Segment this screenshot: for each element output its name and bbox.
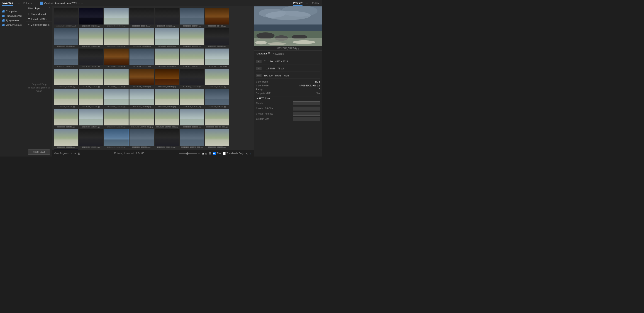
thumbnail-label: 20210105_121734.jpg	[180, 24, 204, 28]
list-item[interactable]: 20210106_132553.jpg	[205, 129, 229, 148]
list-item[interactable]: 20210106_124827.jpg	[104, 89, 128, 108]
sidebar-item-documents[interactable]: Документы	[0, 18, 26, 23]
sidebar-item-images[interactable]: Изображения	[0, 23, 26, 27]
content-menu-icon[interactable]: ☰	[81, 2, 84, 4]
list-item[interactable]: 20210106_124133.jpg	[205, 69, 229, 88]
list-item[interactable]: 20210106_124828.jpg	[130, 89, 154, 108]
list-item[interactable]: 20210105_160207.jpg	[155, 28, 179, 48]
list-item[interactable]: 20210106_121321.jpg	[155, 48, 179, 68]
creator-address-input[interactable]	[293, 112, 320, 116]
creator-input[interactable]	[293, 102, 320, 105]
list-item[interactable]: 20210105_121734.jpg	[180, 8, 204, 28]
list-item[interactable]: 20210105_163341.jpg	[79, 48, 104, 68]
add-progress-icon[interactable]: +	[74, 152, 76, 155]
create-preset-option[interactable]: + Create new preset	[26, 22, 52, 28]
list-item[interactable]: 20210106_121432.mp4	[205, 48, 229, 68]
list-item[interactable]: 20210105_160356.jpg	[180, 28, 204, 48]
sidebar-item-computer[interactable]: Computer	[0, 9, 26, 14]
iptc-section-header[interactable]: ▼ IPTC Core	[256, 96, 320, 101]
list-item[interactable]: 20210106_131437_001.jpg	[205, 109, 229, 128]
custom-export-option[interactable]: + Custom Export	[26, 11, 52, 17]
tiles-checkbox[interactable]	[213, 152, 216, 155]
list-item[interactable]: 20210105_161437.jpg	[54, 48, 78, 68]
confirm-icon[interactable]: ✓	[250, 152, 252, 155]
sidebar-documents-label: Документы	[6, 19, 19, 22]
thumbnail-label: 20210105_152806.jpg	[79, 45, 104, 48]
list-item[interactable]: 20210106_130700_001.jpg	[130, 109, 154, 128]
tab-preview[interactable]: Preview	[293, 1, 302, 6]
list-item[interactable]: 20210106_125130.jpg	[205, 89, 229, 108]
list-item[interactable]: 20210105_155638.jpg	[130, 28, 154, 48]
panel-expand-icon[interactable]: »	[49, 6, 50, 11]
svg-point-112	[268, 42, 286, 45]
add-content-icon[interactable]: +	[78, 2, 80, 4]
list-item[interactable]: 20210105_155628.jpg	[104, 28, 128, 48]
edit-progress-icon[interactable]: ✎	[70, 152, 72, 155]
list-item[interactable]: 20210105_134602.jpg	[54, 28, 78, 48]
zoom-slider[interactable]	[179, 153, 197, 154]
list-item[interactable]: 20210106_131804.jpg	[79, 129, 104, 148]
thumbnail-label: 20210105_160356.jpg	[180, 45, 204, 48]
zoom-out-button[interactable]: –	[176, 152, 178, 155]
list-item[interactable]: 20210106_123439.mp4	[180, 69, 204, 88]
detail-view-icon[interactable]: ⊟	[205, 152, 208, 155]
list-item[interactable]: 20210106_121544.jpg	[54, 69, 78, 88]
list-item[interactable]: 20210106_125153.jpg	[54, 109, 78, 128]
list-item[interactable]: 20210106_130709_001.jpg	[155, 109, 179, 128]
tab-keywords[interactable]: Keywords	[273, 52, 284, 55]
list-item[interactable]: 20210106_123432.jpg	[155, 69, 179, 88]
list-view-icon[interactable]: ☰	[209, 152, 211, 155]
list-item[interactable]: 20210106_125209.jpg	[104, 109, 128, 128]
tab-filter[interactable]: Filter	[28, 6, 33, 11]
list-item[interactable]: 20210106_121211.jpg	[130, 48, 154, 68]
list-item[interactable]: 20210106_132041.mp4	[155, 129, 179, 148]
create-preset-icon: +	[28, 23, 30, 26]
list-item[interactable]: 20210106_125207.jpg	[79, 109, 104, 128]
tab-favorites[interactable]: Favorites	[2, 1, 13, 6]
list-item[interactable]: 20210105_161020.jpg	[205, 28, 229, 48]
list-item[interactable]: 20210106_124728.jpg	[79, 89, 104, 108]
list-item[interactable]: 20210106_132548_001.jpg	[180, 129, 204, 148]
favorites-menu-icon[interactable]: ☰	[18, 2, 20, 4]
list-item[interactable]: 20210106_124950.jpg	[180, 89, 204, 108]
view-progress-label[interactable]: View Progress	[54, 152, 68, 155]
list-item[interactable]: 20210106_132642.jpg	[54, 150, 78, 150]
tab-publish[interactable]: Publish	[312, 2, 320, 4]
list-item[interactable]: 20210105_110228.mp4	[155, 8, 179, 28]
list-item[interactable]: 20210105_095540.jpg	[104, 8, 128, 28]
delete-progress-icon[interactable]: 🗑	[78, 152, 80, 155]
list-item[interactable]: 20210106_114334.jpg	[104, 48, 128, 68]
list-item[interactable]: 20210106_131858.mp4	[130, 129, 154, 148]
start-export-button[interactable]: Start Export	[28, 150, 50, 155]
grid-view-icon[interactable]: ⊞	[202, 152, 204, 155]
color-mode-row: Color Mode RGB	[256, 80, 320, 84]
list-item[interactable]: 20210105_101949.mp4	[130, 8, 154, 28]
list-item[interactable]: 20210106_123052.jpg	[130, 69, 154, 88]
list-item[interactable]: 20210106_131302.jpg	[180, 109, 204, 128]
list-item[interactable]: 20210106_121326.jpg	[180, 48, 204, 68]
list-item[interactable]: 20210105_092638.jpg	[79, 8, 104, 28]
zoom-in-button[interactable]: +	[198, 152, 200, 155]
list-item[interactable]: 20210106_121828.jpg	[79, 69, 104, 88]
preview-menu-icon[interactable]: ☰	[306, 2, 308, 4]
thumbnails-only-checkbox[interactable]	[223, 152, 226, 155]
list-item[interactable]: 20210106_124134.jpg	[54, 89, 78, 108]
creator-job-input[interactable]	[293, 106, 320, 110]
list-item[interactable]: 20210105_134410.jpg	[205, 8, 229, 28]
list-item[interactable]: 20210106_131652.jpg	[54, 129, 78, 148]
close-bottom-icon[interactable]: ✕	[245, 152, 248, 155]
list-item[interactable]: 20210104_204844.mp4	[54, 8, 78, 28]
list-item[interactable]: 20210106_122159.jpg	[104, 69, 128, 88]
shutter-group: 1/50	[268, 60, 272, 63]
creator-city-input[interactable]	[293, 117, 320, 121]
export-dng-option[interactable]: ☰ Export To DNG	[26, 17, 52, 22]
tab-folders[interactable]: Folders	[23, 1, 32, 6]
list-item[interactable]: 20210106_124947.jpg	[155, 89, 179, 108]
tab-metadata[interactable]: Metadata ☰	[256, 52, 270, 55]
sidebar-item-desktop[interactable]: Рабочий стол	[0, 14, 26, 18]
list-item[interactable]: 20210105_152806.jpg	[79, 28, 104, 48]
metadata-menu-icon[interactable]: ☰	[268, 52, 270, 55]
tab-export[interactable]: Export	[35, 6, 41, 11]
thumbnail-image	[205, 28, 229, 45]
list-item[interactable]: 20210106_131854.jpg	[104, 129, 128, 148]
